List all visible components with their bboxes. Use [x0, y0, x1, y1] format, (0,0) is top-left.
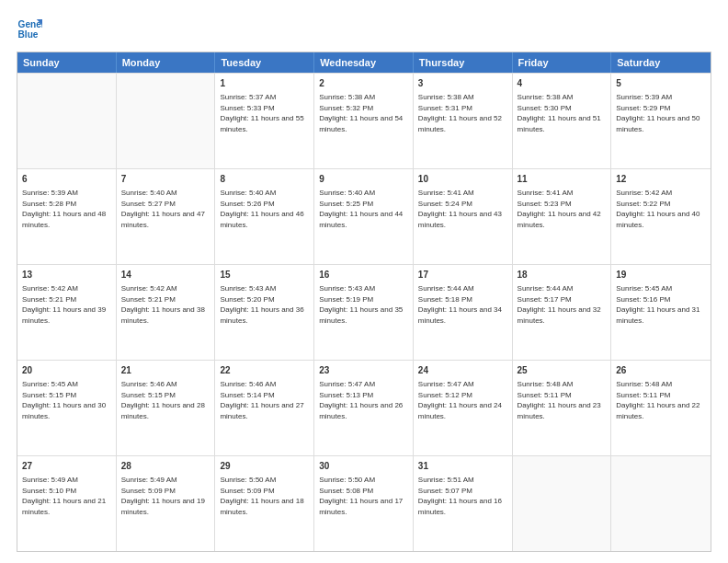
day-info: Sunrise: 5:51 AM Sunset: 5:07 PM Dayligh…: [418, 475, 507, 517]
day-info: Sunrise: 5:47 AM Sunset: 5:13 PM Dayligh…: [319, 379, 408, 421]
day-cell-7: 7Sunrise: 5:40 AM Sunset: 5:27 PM Daylig…: [117, 169, 216, 264]
day-number: 9: [319, 173, 408, 186]
day-cell-2: 2Sunrise: 5:38 AM Sunset: 5:32 PM Daylig…: [314, 74, 414, 168]
day-cell-16: 16Sunrise: 5:43 AM Sunset: 5:19 PM Dayli…: [314, 265, 414, 360]
calendar-row-3: 13Sunrise: 5:42 AM Sunset: 5:21 PM Dayli…: [17, 264, 711, 360]
day-info: Sunrise: 5:43 AM Sunset: 5:20 PM Dayligh…: [220, 283, 309, 326]
day-cell-22: 22Sunrise: 5:46 AM Sunset: 5:14 PM Dayli…: [215, 361, 314, 455]
day-info: Sunrise: 5:41 AM Sunset: 5:23 PM Dayligh…: [518, 188, 607, 230]
header-day-sunday: Sunday: [17, 52, 117, 73]
day-number: 7: [121, 173, 210, 186]
day-number: 25: [518, 364, 607, 377]
empty-cell: [17, 74, 117, 168]
day-cell-19: 19Sunrise: 5:45 AM Sunset: 5:16 PM Dayli…: [611, 265, 711, 360]
day-cell-10: 10Sunrise: 5:41 AM Sunset: 5:24 PM Dayli…: [414, 169, 513, 264]
calendar-body: 1Sunrise: 5:37 AM Sunset: 5:33 PM Daylig…: [17, 73, 711, 551]
calendar-row-2: 6Sunrise: 5:39 AM Sunset: 5:28 PM Daylig…: [17, 168, 711, 264]
day-cell-27: 27Sunrise: 5:49 AM Sunset: 5:10 PM Dayli…: [17, 456, 117, 551]
calendar-row-4: 20Sunrise: 5:45 AM Sunset: 5:15 PM Dayli…: [17, 360, 711, 455]
day-info: Sunrise: 5:37 AM Sunset: 5:33 PM Dayligh…: [220, 92, 309, 134]
day-number: 14: [121, 269, 210, 282]
day-number: 24: [418, 364, 507, 377]
day-info: Sunrise: 5:44 AM Sunset: 5:18 PM Dayligh…: [418, 283, 507, 326]
empty-cell: [513, 456, 612, 551]
day-cell-30: 30Sunrise: 5:50 AM Sunset: 5:08 PM Dayli…: [314, 456, 414, 551]
day-cell-1: 1Sunrise: 5:37 AM Sunset: 5:33 PM Daylig…: [215, 74, 314, 168]
day-number: 16: [319, 269, 408, 282]
day-info: Sunrise: 5:46 AM Sunset: 5:15 PM Dayligh…: [121, 379, 210, 421]
day-info: Sunrise: 5:40 AM Sunset: 5:27 PM Dayligh…: [121, 188, 210, 230]
day-info: Sunrise: 5:43 AM Sunset: 5:19 PM Dayligh…: [319, 283, 408, 326]
day-number: 6: [22, 173, 111, 186]
day-cell-15: 15Sunrise: 5:43 AM Sunset: 5:20 PM Dayli…: [215, 265, 314, 360]
day-cell-29: 29Sunrise: 5:50 AM Sunset: 5:09 PM Dayli…: [215, 456, 314, 551]
day-info: Sunrise: 5:49 AM Sunset: 5:09 PM Dayligh…: [121, 475, 210, 517]
header-day-saturday: Saturday: [611, 52, 711, 73]
day-number: 27: [22, 460, 111, 473]
svg-text:Blue: Blue: [18, 29, 39, 40]
header-day-wednesday: Wednesday: [314, 52, 414, 73]
day-number: 5: [616, 77, 706, 90]
day-cell-24: 24Sunrise: 5:47 AM Sunset: 5:12 PM Dayli…: [414, 361, 513, 455]
calendar-row-5: 27Sunrise: 5:49 AM Sunset: 5:10 PM Dayli…: [17, 455, 711, 551]
day-cell-4: 4Sunrise: 5:38 AM Sunset: 5:30 PM Daylig…: [513, 74, 612, 168]
day-info: Sunrise: 5:39 AM Sunset: 5:28 PM Dayligh…: [22, 188, 111, 230]
day-info: Sunrise: 5:47 AM Sunset: 5:12 PM Dayligh…: [418, 379, 507, 421]
day-cell-28: 28Sunrise: 5:49 AM Sunset: 5:09 PM Dayli…: [117, 456, 216, 551]
day-info: Sunrise: 5:45 AM Sunset: 5:15 PM Dayligh…: [22, 379, 111, 421]
day-number: 29: [220, 460, 309, 473]
logo: General Blue: [17, 17, 42, 42]
empty-cell: [117, 74, 216, 168]
day-info: Sunrise: 5:41 AM Sunset: 5:24 PM Dayligh…: [418, 188, 507, 230]
day-cell-13: 13Sunrise: 5:42 AM Sunset: 5:21 PM Dayli…: [17, 265, 117, 360]
day-number: 8: [220, 173, 309, 186]
day-cell-8: 8Sunrise: 5:40 AM Sunset: 5:26 PM Daylig…: [215, 169, 314, 264]
day-cell-3: 3Sunrise: 5:38 AM Sunset: 5:31 PM Daylig…: [414, 74, 513, 168]
day-number: 3: [418, 77, 507, 90]
day-cell-9: 9Sunrise: 5:40 AM Sunset: 5:25 PM Daylig…: [314, 169, 414, 264]
day-cell-17: 17Sunrise: 5:44 AM Sunset: 5:18 PM Dayli…: [414, 265, 513, 360]
header-day-tuesday: Tuesday: [215, 52, 314, 73]
day-cell-26: 26Sunrise: 5:48 AM Sunset: 5:11 PM Dayli…: [611, 361, 711, 455]
day-info: Sunrise: 5:44 AM Sunset: 5:17 PM Dayligh…: [518, 283, 607, 326]
day-number: 26: [616, 364, 706, 377]
day-info: Sunrise: 5:46 AM Sunset: 5:14 PM Dayligh…: [220, 379, 309, 421]
empty-cell: [611, 456, 711, 551]
day-number: 23: [319, 364, 408, 377]
day-cell-14: 14Sunrise: 5:42 AM Sunset: 5:21 PM Dayli…: [117, 265, 216, 360]
day-cell-11: 11Sunrise: 5:41 AM Sunset: 5:23 PM Dayli…: [513, 169, 612, 264]
day-cell-25: 25Sunrise: 5:48 AM Sunset: 5:11 PM Dayli…: [513, 361, 612, 455]
day-info: Sunrise: 5:42 AM Sunset: 5:22 PM Dayligh…: [616, 188, 706, 230]
calendar-header: SundayMondayTuesdayWednesdayThursdayFrid…: [17, 52, 711, 73]
day-number: 10: [418, 173, 507, 186]
day-number: 17: [418, 269, 507, 282]
day-info: Sunrise: 5:49 AM Sunset: 5:10 PM Dayligh…: [22, 475, 111, 517]
header-day-monday: Monday: [117, 52, 216, 73]
day-number: 2: [319, 77, 408, 90]
day-info: Sunrise: 5:48 AM Sunset: 5:11 PM Dayligh…: [616, 379, 706, 421]
day-number: 4: [518, 77, 607, 90]
day-info: Sunrise: 5:50 AM Sunset: 5:08 PM Dayligh…: [319, 475, 408, 517]
day-cell-5: 5Sunrise: 5:39 AM Sunset: 5:29 PM Daylig…: [611, 74, 711, 168]
day-number: 1: [220, 77, 309, 90]
day-number: 21: [121, 364, 210, 377]
header-day-friday: Friday: [513, 52, 612, 73]
day-number: 28: [121, 460, 210, 473]
day-number: 11: [518, 173, 607, 186]
day-info: Sunrise: 5:40 AM Sunset: 5:25 PM Dayligh…: [319, 188, 408, 230]
day-info: Sunrise: 5:45 AM Sunset: 5:16 PM Dayligh…: [616, 283, 706, 326]
day-cell-31: 31Sunrise: 5:51 AM Sunset: 5:07 PM Dayli…: [414, 456, 513, 551]
logo-icon: General Blue: [17, 17, 42, 42]
day-info: Sunrise: 5:38 AM Sunset: 5:32 PM Dayligh…: [319, 92, 408, 134]
day-info: Sunrise: 5:38 AM Sunset: 5:30 PM Dayligh…: [518, 92, 607, 134]
day-number: 20: [22, 364, 111, 377]
page: General Blue SundayMondayTuesdayWednesda…: [0, 0, 728, 563]
day-number: 22: [220, 364, 309, 377]
day-info: Sunrise: 5:42 AM Sunset: 5:21 PM Dayligh…: [22, 283, 111, 326]
calendar-row-1: 1Sunrise: 5:37 AM Sunset: 5:33 PM Daylig…: [17, 73, 711, 168]
day-info: Sunrise: 5:48 AM Sunset: 5:11 PM Dayligh…: [518, 379, 607, 421]
day-number: 13: [22, 269, 111, 282]
day-cell-6: 6Sunrise: 5:39 AM Sunset: 5:28 PM Daylig…: [17, 169, 117, 264]
calendar: SundayMondayTuesdayWednesdayThursdayFrid…: [17, 52, 711, 552]
day-cell-12: 12Sunrise: 5:42 AM Sunset: 5:22 PM Dayli…: [611, 169, 711, 264]
